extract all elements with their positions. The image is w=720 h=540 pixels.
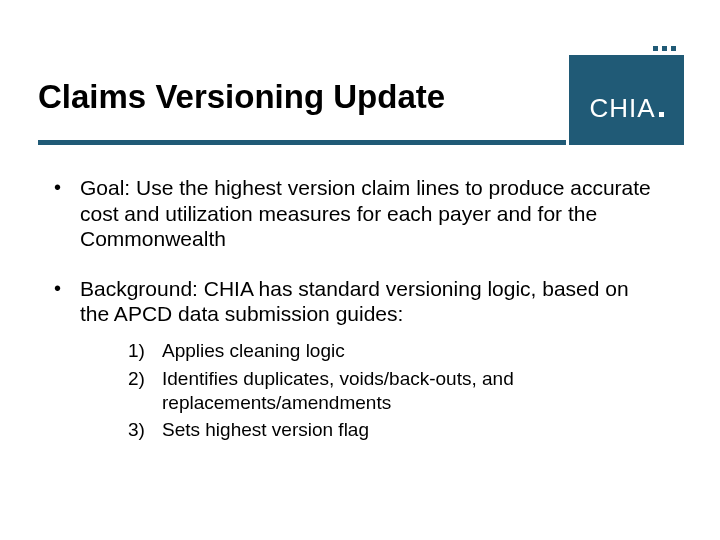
item-text: Identifies duplicates, voids/back-outs, … xyxy=(162,368,514,413)
item-number: 2) xyxy=(128,367,145,391)
chia-logo: CHIA xyxy=(569,55,684,145)
content-area: Goal: Use the highest version claim line… xyxy=(48,175,660,466)
item-text: Applies cleaning logic xyxy=(162,340,345,361)
slide: CHIA Claims Versioning Update Goal: Use … xyxy=(0,0,720,540)
bullet-text: Background: CHIA has standard versioning… xyxy=(80,277,629,326)
item-number: 3) xyxy=(128,418,145,442)
numbered-item: 1) Applies cleaning logic xyxy=(128,339,660,363)
bullet-item: Goal: Use the highest version claim line… xyxy=(48,175,660,252)
page-title: Claims Versioning Update xyxy=(38,78,445,116)
item-number: 1) xyxy=(128,339,145,363)
title-underline xyxy=(38,140,566,145)
bullet-item: Background: CHIA has standard versioning… xyxy=(48,276,660,442)
logo-text: CHIA xyxy=(589,93,663,124)
numbered-item: 2) Identifies duplicates, voids/back-out… xyxy=(128,367,660,415)
item-text: Sets highest version flag xyxy=(162,419,369,440)
logo-dots-icon xyxy=(653,46,676,51)
bullet-text: Goal: Use the highest version claim line… xyxy=(80,176,651,250)
numbered-item: 3) Sets highest version flag xyxy=(128,418,660,442)
